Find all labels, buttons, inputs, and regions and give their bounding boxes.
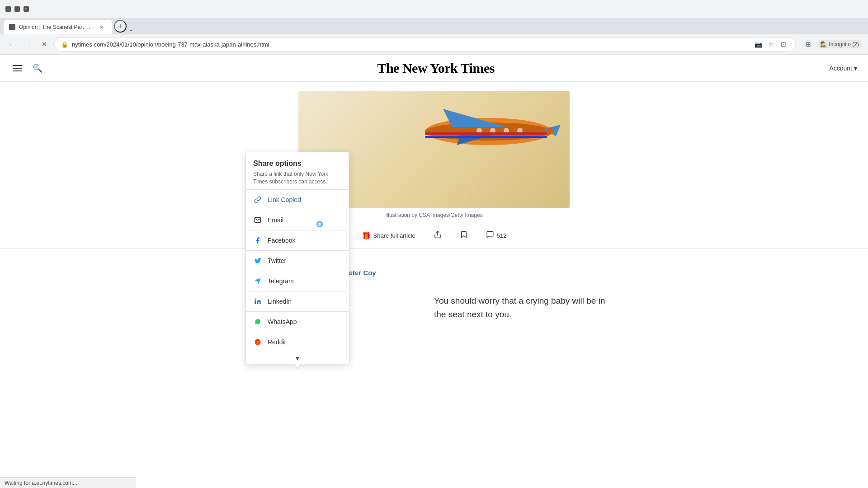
- share-linkedin-label: LinkedIn: [268, 298, 292, 305]
- extensions-icon[interactable]: ⊞: [803, 39, 814, 50]
- share-icon: [434, 230, 442, 240]
- address-bar[interactable]: 🔒 nytimes.com/2024/01/10/opinion/boeing-…: [54, 37, 796, 52]
- hamburger-menu-button[interactable]: [11, 63, 24, 73]
- share-option-whatsapp[interactable]: WhatsApp: [246, 312, 349, 332]
- share-facebook-label: Facebook: [268, 237, 295, 244]
- reddit-icon: [253, 338, 262, 347]
- show-more-area: ▼: [246, 352, 349, 364]
- status-text: Waiting for a.et.nytimes.com...: [5, 480, 77, 486]
- url-text: nytimes.com/2024/01/10/opinion/boeing-73…: [72, 41, 749, 48]
- share-popup-subtitle: Share a link that only New York Times su…: [253, 170, 342, 186]
- incognito-label: Incognito (2): [829, 41, 859, 47]
- share-popup-header: Share options Share a link that only New…: [246, 152, 349, 190]
- svg-point-15: [255, 298, 256, 300]
- hamburger-line: [13, 70, 22, 71]
- title-bar: — □ ✕: [0, 0, 868, 18]
- share-option-link[interactable]: Link Copied: [246, 190, 349, 210]
- comments-button[interactable]: 512: [481, 228, 511, 243]
- close-button[interactable]: ✕: [24, 6, 29, 12]
- hamburger-line: [13, 65, 22, 66]
- star-icon[interactable]: ☆: [765, 39, 776, 50]
- account-button[interactable]: Account ▾: [829, 65, 857, 72]
- account-chevron-icon: ▾: [854, 65, 857, 72]
- author-section: By Peter Coy: [0, 249, 868, 294]
- article-first-line: You should worry that a crying baby will…: [434, 294, 615, 322]
- email-icon: [253, 216, 262, 225]
- article-image-area: Illustration by CSA Images/Getty Images: [0, 82, 868, 222]
- share-option-twitter[interactable]: Twitter: [246, 251, 349, 271]
- tab-close-button[interactable]: ✕: [98, 23, 105, 31]
- svg-rect-7: [425, 136, 547, 138]
- browser-tab[interactable]: Opinion | The Scariest Part Abo... ✕: [4, 20, 112, 34]
- lock-icon: 🔒: [61, 41, 68, 48]
- share-full-article-label: Share full article: [373, 232, 415, 239]
- linkedin-icon: [253, 297, 262, 306]
- back-button[interactable]: ←: [5, 38, 18, 51]
- nyt-header: 🔍 The New York Times Account ▾: [0, 55, 868, 82]
- new-tab-button[interactable]: +: [114, 20, 127, 33]
- page-content: Illustration by CSA Images/Getty Images …: [0, 82, 868, 488]
- bookmark-button[interactable]: [455, 228, 472, 243]
- account-label: Account: [829, 65, 852, 72]
- address-bar-row: ← → ✕ 🔒 nytimes.com/2024/01/10/opinion/b…: [0, 34, 868, 54]
- share-option-telegram[interactable]: Telegram: [246, 271, 349, 291]
- sidebar-icon[interactable]: ⊡: [778, 39, 789, 50]
- share-button[interactable]: [429, 228, 446, 243]
- mouse-cursor: [316, 221, 323, 227]
- bookmark-icon: [460, 230, 468, 240]
- facebook-icon: [253, 236, 262, 245]
- tab-title: Opinion | The Scariest Part Abo...: [19, 24, 94, 30]
- search-button[interactable]: 🔍: [33, 63, 42, 73]
- nyt-header-right: Account ▾: [829, 65, 857, 72]
- maximize-button[interactable]: □: [14, 6, 20, 12]
- status-bar: Waiting for a.et.nytimes.com...: [0, 477, 136, 488]
- share-email-label: Email: [268, 216, 283, 224]
- whatsapp-icon: [253, 317, 262, 326]
- tabs-bar: Opinion | The Scariest Part Abo... ✕ + ⌄: [0, 18, 868, 34]
- share-reddit-label: Reddit: [268, 338, 286, 346]
- share-option-linkedin[interactable]: LinkedIn: [246, 291, 349, 311]
- nyt-logo: The New York Times: [377, 61, 495, 76]
- twitter-icon: [253, 256, 262, 265]
- browser-right-icons: ⊞ 🕵 Incognito (2): [803, 39, 863, 50]
- link-icon: [253, 195, 262, 204]
- airplane-illustration: [416, 104, 561, 159]
- tab-list-button[interactable]: ⌄: [128, 25, 134, 33]
- browser-chrome: — □ ✕ Opinion | The Scariest Part Abo...…: [0, 0, 868, 55]
- minimize-button[interactable]: —: [5, 6, 11, 12]
- share-full-article-button[interactable]: 🎁 Share full article: [357, 229, 420, 243]
- svg-rect-6: [425, 132, 547, 135]
- article-toolbar: 🎁 Share full article: [0, 222, 868, 249]
- telegram-icon: [253, 277, 262, 286]
- window-controls: — □ ✕: [5, 6, 29, 12]
- svg-rect-14: [255, 300, 256, 304]
- tab-favicon: [9, 24, 15, 30]
- share-telegram-label: Telegram: [268, 277, 294, 285]
- share-option-email[interactable]: Email: [246, 210, 349, 230]
- share-link-label: Link Copied: [268, 196, 301, 203]
- comment-icon: [486, 230, 494, 240]
- forward-button[interactable]: →: [22, 38, 34, 51]
- gift-icon: 🎁: [362, 231, 371, 240]
- share-popup-title: Share options: [253, 160, 342, 168]
- address-bar-icons: 📷 ☆ ⊡: [753, 39, 789, 50]
- share-option-facebook[interactable]: Facebook: [246, 230, 349, 250]
- nyt-header-left: 🔍: [11, 63, 42, 73]
- chevron-down-icon[interactable]: ▼: [294, 355, 301, 362]
- popup-arrow: [293, 364, 302, 369]
- share-option-reddit[interactable]: Reddit: [246, 332, 349, 352]
- reload-button[interactable]: ✕: [38, 38, 51, 51]
- incognito-icon: 🕵: [820, 41, 827, 47]
- camera-icon[interactable]: 📷: [753, 39, 764, 50]
- hamburger-line: [13, 68, 22, 69]
- incognito-badge[interactable]: 🕵 Incognito (2): [816, 40, 863, 48]
- share-whatsapp-label: WhatsApp: [268, 318, 297, 325]
- comments-count: 512: [497, 232, 507, 239]
- tab-list-icon: ⌄: [128, 25, 134, 33]
- share-twitter-label: Twitter: [268, 257, 286, 264]
- share-options-popup: Share options Share a link that only New…: [245, 152, 349, 364]
